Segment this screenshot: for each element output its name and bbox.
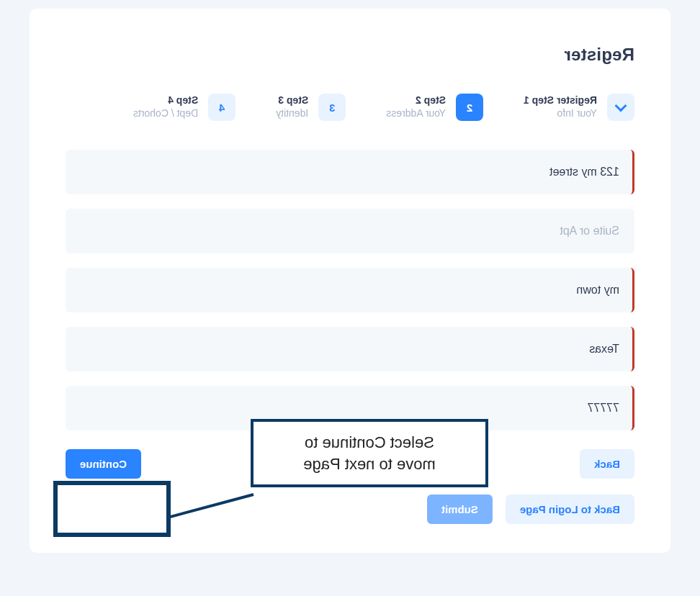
city-input[interactable] <box>66 268 634 312</box>
step-4-badge: 4 <box>208 94 235 121</box>
street-input[interactable] <box>66 150 634 194</box>
step-3[interactable]: 3 Step 3 Identity <box>276 94 346 121</box>
callout-line1: Select Continue to <box>269 432 470 453</box>
step-1-sub: Your Info <box>524 107 597 121</box>
step-2[interactable]: 2 Step 2 Your Address <box>386 94 483 121</box>
footer-actions: Back to Login Page Submit <box>66 495 634 524</box>
submit-button[interactable]: Submit <box>427 495 493 524</box>
step-2-sub: Your Address <box>386 107 446 121</box>
step-4-sub: Dept / Cohorts <box>133 107 198 121</box>
step-4-title: Step 4 <box>133 94 198 107</box>
step-4[interactable]: 4 Step 4 Dept / Cohorts <box>133 94 235 121</box>
step-3-badge: 3 <box>318 94 346 121</box>
continue-button[interactable]: Continue <box>66 449 141 479</box>
back-button[interactable]: Back <box>580 449 634 479</box>
suite-input[interactable] <box>66 209 634 253</box>
back-to-login-button[interactable]: Back to Login Page <box>506 495 634 524</box>
page-title: Register <box>66 45 634 65</box>
step-3-sub: Identity <box>276 107 308 121</box>
stepper: Register Step 1 Your Info 2 Step 2 Your … <box>66 94 634 121</box>
step-2-title: Step 2 <box>386 94 446 107</box>
callout-line2: move to next Page <box>269 453 470 475</box>
check-icon <box>607 94 634 121</box>
state-input[interactable] <box>66 327 634 371</box>
step-1-title: Register Step 1 <box>524 94 597 107</box>
callout-box: Select Continue to move to next Page <box>251 419 488 487</box>
address-form <box>66 150 634 430</box>
step-3-title: Step 3 <box>276 94 308 107</box>
step-1[interactable]: Register Step 1 Your Info <box>524 94 634 121</box>
step-2-badge: 2 <box>456 94 483 121</box>
